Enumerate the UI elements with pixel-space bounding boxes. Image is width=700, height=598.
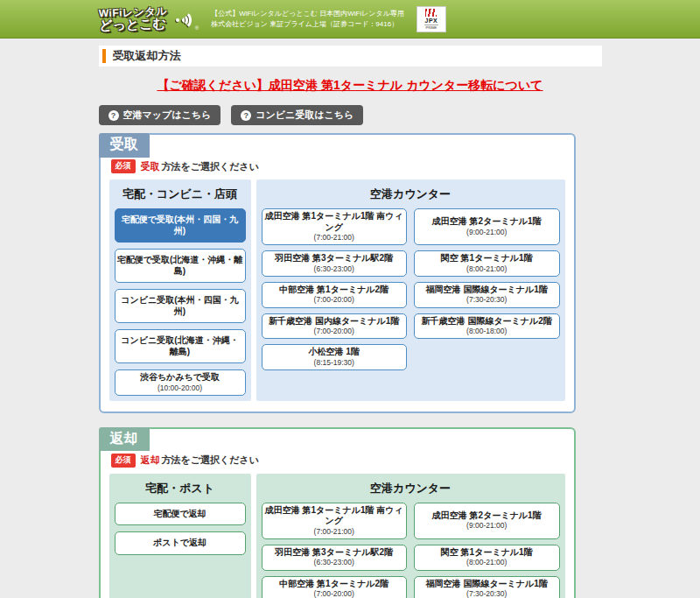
- pickup-columns: 宅配・コンビニ・店頭 宅配便で受取(本州・四国・九州) 宅配便で受取(北海道・沖…: [109, 179, 565, 401]
- pickup-required-target: 受取: [141, 160, 160, 173]
- pickup-box: 必須 受取 方法をご選択ください 宅配・コンビニ・店頭 宅配便で受取(本州・四国…: [99, 133, 576, 413]
- required-badge: 必須: [111, 454, 136, 468]
- return-required-row: 必須 返却 方法をご選択ください: [111, 454, 565, 468]
- header-desc-line1: 【公式】WiFiレンタルどっとこむ 日本国内WiFiレンタル専用: [211, 9, 404, 19]
- page-title: 受取返却方法: [102, 49, 593, 63]
- pickup-option-shibuya[interactable]: 渋谷ちかみちで受取 (10:00-20:00): [115, 369, 246, 396]
- return-airport-kansai-t1[interactable]: 関空 第1ターミナル1階 (8:00-21:00): [414, 545, 560, 571]
- return-airport-header: 空港カウンター: [262, 479, 560, 503]
- pickup-delivery-header: 宅配・コンビニ・店頭: [115, 185, 246, 208]
- header-desc-line2: 株式会社ビジョン 東証プライム上場（証券コード：9416）: [211, 19, 404, 30]
- return-airport-narita-t1[interactable]: 成田空港 第1ターミナル1階 南ウィング (7:00-21:00): [262, 503, 408, 539]
- return-columns: 宅配・ポスト 宅配便で返却 ポストで返却 空港カウンター 成田空: [109, 474, 565, 598]
- pickup-airport-narita-t2[interactable]: 成田空港 第2ターミナル1階 (9:00-21:00): [414, 208, 560, 245]
- jpx-prime-label: PRIME: [424, 25, 439, 30]
- return-delivery-options: 宅配便で返却 ポストで返却: [115, 503, 246, 555]
- pickup-required-text: 方法をご選択ください: [162, 160, 260, 173]
- pickup-airport-fukuoka-intl[interactable]: 福岡空港 国際線ターミナル1階 (7:30-20:30): [414, 282, 560, 308]
- page-title-bar: 受取返却方法: [99, 46, 602, 67]
- pickup-delivery-panel: 宅配・コンビニ・店頭 宅配便で受取(本州・四国・九州) 宅配便で受取(北海道・沖…: [109, 179, 251, 401]
- registered-trademark: ®: [195, 25, 199, 31]
- pickup-required-row: 必須 受取 方法をご選択ください: [111, 159, 565, 173]
- return-delivery-header: 宅配・ポスト: [115, 479, 246, 503]
- convenience-pickup-button-label: コンビニ受取はこちら: [256, 109, 354, 122]
- pickup-airport-kansai-t1[interactable]: 関空 第1ターミナル1階 (8:00-21:00): [414, 250, 560, 277]
- pickup-airport-chubu-t1[interactable]: 中部空港 第1ターミナル2階 (7:00-20:00): [262, 282, 408, 308]
- main-content: 受取返却方法 【ご確認ください】成田空港 第1ターミナル カウンター移転について…: [99, 46, 602, 598]
- return-airport-panel: 空港カウンター 成田空港 第1ターミナル1階 南ウィング (7:00-21:00…: [256, 474, 565, 598]
- jpx-prime-badge: JPX PRIME: [416, 6, 446, 32]
- notice-link[interactable]: 【ご確認ください】成田空港 第1ターミナル カウンター移転について: [99, 78, 602, 94]
- return-required-target: 返却: [141, 454, 160, 467]
- return-airport-options: 成田空港 第1ターミナル1階 南ウィング (7:00-21:00) 成田空港 第…: [262, 503, 560, 598]
- pickup-airport-narita-t1[interactable]: 成田空港 第1ターミナル1階 南ウィング (7:00-21:00): [262, 208, 408, 245]
- return-tab: 返却: [99, 427, 150, 452]
- convenience-pickup-button[interactable]: ? コンビニ受取はこちら: [231, 105, 363, 125]
- pickup-airport-chitose-domestic[interactable]: 新千歳空港 国内線ターミナル1階 (7:00-20:00): [262, 313, 408, 340]
- pickup-option-courier-remote[interactable]: 宅配便で受取(北海道・沖縄・離島): [115, 249, 246, 283]
- return-delivery-panel: 宅配・ポスト 宅配便で返却 ポストで返却: [109, 474, 251, 598]
- return-airport-narita-t2[interactable]: 成田空港 第2ターミナル1階 (9:00-21:00): [414, 503, 560, 539]
- return-airport-haneda-t3[interactable]: 羽田空港 第3ターミナル駅2階 (6:30-23:00): [262, 545, 408, 571]
- site-logo-text: WiFiレンタル どっとこむ: [98, 6, 167, 32]
- return-airport-chubu-t1[interactable]: 中部空港 第1ターミナル2階 (7:00-20:00): [262, 576, 408, 598]
- pickup-airport-options: 成田空港 第1ターミナル1階 南ウィング (7:00-21:00) 成田空港 第…: [262, 208, 560, 370]
- required-badge: 必須: [111, 159, 136, 173]
- pickup-tab: 受取: [99, 133, 150, 158]
- pickup-section: 受取 必須 受取 方法をご選択ください 宅配・コンビニ・店頭 宅配便で受取(本州…: [99, 133, 576, 413]
- return-option-courier[interactable]: 宅配便で返却: [115, 503, 246, 526]
- header-description: 【公式】WiFiレンタルどっとこむ 日本国内WiFiレンタル専用 株式会社ビジョ…: [211, 9, 404, 30]
- jpx-label: JPX: [425, 18, 438, 24]
- pickup-airport-header: 空港カウンター: [262, 185, 560, 208]
- site-logo[interactable]: WiFiレンタル どっとこむ ®: [99, 7, 200, 31]
- site-header: WiFiレンタル どっとこむ ® 【公式】WiFiレンタルどっとこむ 日本国内W…: [0, 0, 700, 39]
- return-box: 必須 返却 方法をご選択ください 宅配・ポスト 宅配便で返却 ポストで返却: [99, 427, 576, 598]
- pickup-airport-panel: 空港カウンター 成田空港 第1ターミナル1階 南ウィング (7:00-21:00…: [256, 179, 565, 401]
- pickup-option-courier-mainland[interactable]: 宅配便で受取(本州・四国・九州): [115, 208, 246, 243]
- pickup-option-konbini-remote[interactable]: コンビニ受取(北海道・沖縄・離島): [115, 329, 246, 363]
- question-icon: ?: [108, 110, 119, 121]
- return-section: 返却 必須 返却 方法をご選択ください 宅配・ポスト 宅配便で返却 ポストで返却: [99, 427, 576, 598]
- return-required-text: 方法をご選択ください: [162, 454, 260, 467]
- pickup-delivery-options: 宅配便で受取(本州・四国・九州) 宅配便で受取(北海道・沖縄・離島) コンビニ受…: [115, 208, 246, 396]
- pickup-airport-chitose-intl[interactable]: 新千歳空港 国際線ターミナル2階 (8:00-18:00): [414, 313, 560, 340]
- return-option-post[interactable]: ポストで返却: [115, 531, 246, 555]
- airport-map-button[interactable]: ? 空港マップはこちら: [99, 105, 221, 125]
- jpx-bars-icon: [425, 9, 437, 17]
- pickup-airport-haneda-t3[interactable]: 羽田空港 第3ターミナル駅2階 (6:30-23:00): [262, 250, 408, 277]
- airport-map-button-label: 空港マップはこちら: [123, 109, 212, 122]
- question-icon: ?: [241, 110, 251, 121]
- help-button-row: ? 空港マップはこちら ? コンビニ受取はこちら: [99, 105, 602, 125]
- return-airport-fukuoka-intl[interactable]: 福岡空港 国際線ターミナル1階 (7:30-20:30): [414, 576, 560, 598]
- logo-line2: どっとこむ: [98, 17, 167, 32]
- header-inner: WiFiレンタル どっとこむ ® 【公式】WiFiレンタルどっとこむ 日本国内W…: [99, 0, 602, 38]
- pickup-airport-komatsu[interactable]: 小松空港 1階 (8:15-19:30): [262, 344, 408, 370]
- wifi-signal-icon: [171, 10, 192, 31]
- pickup-option-konbini-mainland[interactable]: コンビニ受取(本州・四国・九州): [115, 289, 246, 323]
